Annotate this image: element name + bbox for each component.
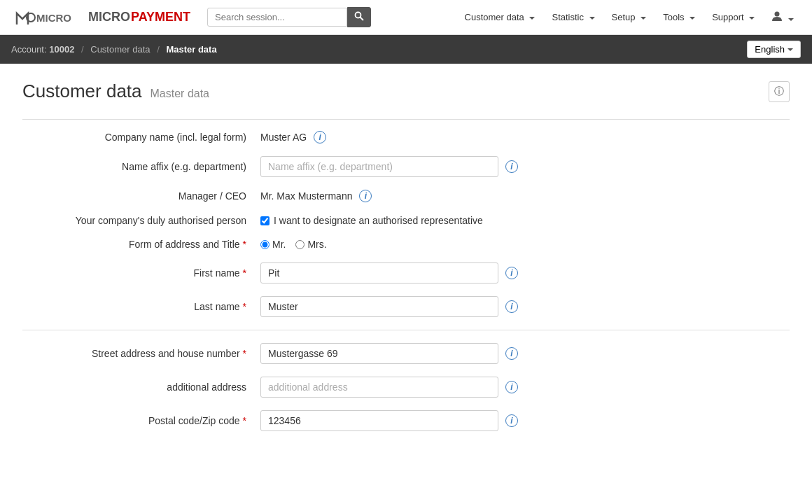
info-icon-manager[interactable]: i: [359, 190, 372, 202]
first-name-input[interactable]: [260, 262, 498, 284]
caret-icon: [690, 17, 695, 20]
caret-icon: [749, 17, 755, 20]
breadcrumb-bar: Account: 10002 / Customer data / Master …: [0, 35, 812, 64]
form-section-address: Street address and house number * i addi…: [22, 343, 790, 431]
label-first-name: First name *: [22, 267, 260, 279]
main-content: Customer data Master data ⓘ Company name…: [0, 64, 812, 461]
language-button[interactable]: English: [747, 41, 801, 58]
form-row-address-title: Form of address and Title * Mr. Mrs.: [22, 239, 790, 250]
form-row-first-name: First name * i: [22, 262, 790, 284]
manager-value: Mr. Max Mustermann: [260, 190, 352, 202]
postal-code-input[interactable]: [260, 410, 498, 431]
value-first-name: i: [260, 262, 790, 284]
breadcrumb: Account: 10002 / Customer data / Master …: [11, 44, 217, 55]
page-title-area: Customer data Master data: [22, 80, 209, 102]
radio-option-mrs: Mrs.: [295, 239, 326, 250]
authorised-checkbox-label: I want to designate an authorised repres…: [274, 215, 483, 226]
form-row-name-affix: Name affix (e.g. department) i: [22, 156, 790, 177]
search-area: [207, 7, 371, 27]
label-manager: Manager / CEO: [22, 190, 260, 202]
nav-item-support[interactable]: Support: [705, 8, 762, 27]
label-postal: Postal code/Zip code *: [22, 415, 260, 426]
value-postal: i: [260, 410, 790, 431]
value-last-name: i: [260, 296, 790, 317]
search-button[interactable]: [347, 7, 371, 27]
value-name-affix: i: [260, 156, 790, 177]
radio-row-title: Mr. Mrs.: [260, 239, 327, 250]
radio-option-mr: Mr.: [260, 239, 286, 250]
additional-address-input[interactable]: [260, 377, 498, 398]
page-title: Customer data: [22, 80, 142, 102]
form-row-authorised: Your company's duly authorised person I …: [22, 215, 790, 226]
caret-icon: [640, 17, 646, 20]
nav-menu: Customer data Statistic Setup Tools Supp…: [458, 6, 801, 28]
form-row-last-name: Last name * i: [22, 296, 790, 317]
nav-item-statistic[interactable]: Statistic: [545, 8, 601, 27]
label-address-title: Form of address and Title *: [22, 239, 260, 250]
form-section-main: Company name (incl. legal form) Muster A…: [22, 119, 790, 317]
label-authorised: Your company's duly authorised person: [22, 215, 260, 226]
page-subtitle: Master data: [150, 88, 209, 100]
caret-icon: [788, 18, 794, 21]
caret-icon: [529, 17, 535, 20]
info-icon-postal[interactable]: i: [505, 414, 518, 427]
logo: MICRO MICRO PAYMENT: [11, 5, 190, 30]
info-icon-additional[interactable]: i: [505, 381, 518, 393]
svg-line-3: [360, 18, 364, 21]
street-input[interactable]: [260, 343, 498, 364]
radio-mr-label: Mr.: [272, 239, 286, 250]
label-street: Street address and house number *: [22, 348, 260, 359]
info-icon-name-affix[interactable]: i: [505, 160, 518, 173]
value-additional: i: [260, 377, 790, 398]
form-row-additional: additional address i: [22, 377, 790, 398]
value-company-name: Muster AG i: [260, 131, 790, 144]
radio-mrs-label: Mrs.: [307, 239, 326, 250]
label-last-name: Last name *: [22, 301, 260, 312]
language-caret-icon: [788, 48, 793, 51]
radio-mrs[interactable]: [295, 240, 304, 249]
page-header: Customer data Master data ⓘ: [22, 80, 790, 102]
checkbox-row-authorised: I want to designate an authorised repres…: [260, 215, 483, 226]
info-icon-street[interactable]: i: [505, 347, 518, 360]
form-row-street: Street address and house number * i: [22, 343, 790, 364]
label-name-affix: Name affix (e.g. department): [22, 161, 260, 172]
nav-item-setup[interactable]: Setup: [605, 8, 654, 27]
last-name-input[interactable]: [260, 296, 498, 317]
navbar: MICRO MICRO PAYMENT Customer data Statis…: [0, 0, 812, 35]
info-icon-first-name[interactable]: i: [505, 267, 518, 279]
form-row-postal: Postal code/Zip code * i: [22, 410, 790, 431]
breadcrumb-current: Master data: [166, 44, 216, 55]
caret-icon: [589, 17, 595, 20]
form-row-manager: Manager / CEO Mr. Max Mustermann i: [22, 190, 790, 202]
section-divider: [22, 330, 790, 330]
name-affix-input[interactable]: [260, 156, 498, 177]
svg-point-4: [775, 12, 780, 17]
info-icon-company-name[interactable]: i: [314, 131, 326, 144]
radio-mr[interactable]: [260, 240, 270, 249]
form-row-company-name: Company name (incl. legal form) Muster A…: [22, 131, 790, 144]
value-street: i: [260, 343, 790, 364]
value-address-title: Mr. Mrs.: [260, 239, 790, 250]
breadcrumb-customer-data[interactable]: Customer data: [90, 44, 150, 55]
info-icon-last-name[interactable]: i: [505, 300, 518, 313]
nav-item-customer-data[interactable]: Customer data: [458, 8, 542, 27]
nav-item-user[interactable]: [764, 6, 801, 28]
svg-text:MICRO: MICRO: [36, 12, 71, 24]
search-input[interactable]: [207, 8, 347, 27]
company-name-value: Muster AG: [260, 132, 307, 143]
authorised-checkbox[interactable]: [260, 216, 270, 225]
value-authorised: I want to designate an authorised repres…: [260, 215, 790, 226]
help-button[interactable]: ⓘ: [769, 81, 790, 102]
label-additional: additional address: [22, 382, 260, 393]
svg-point-2: [356, 13, 361, 18]
value-manager: Mr. Max Mustermann i: [260, 190, 790, 202]
label-company-name: Company name (incl. legal form): [22, 132, 260, 143]
nav-item-tools[interactable]: Tools: [656, 8, 702, 27]
